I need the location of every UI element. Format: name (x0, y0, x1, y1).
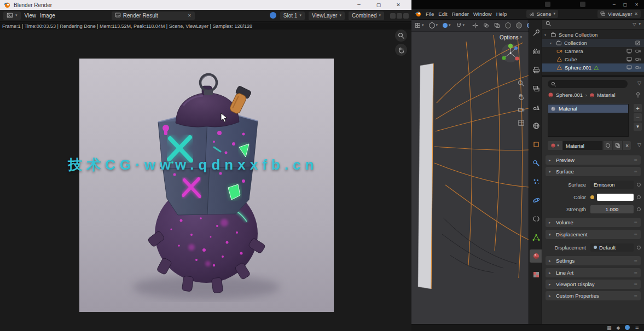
close-button[interactable]: ✕ (388, 0, 408, 10)
fake-user-button[interactable] (604, 141, 612, 150)
app-status-icon[interactable] (625, 325, 630, 331)
tab-physics-icon[interactable] (530, 194, 542, 207)
tab-world-icon[interactable] (530, 119, 542, 132)
unlink-material-button[interactable]: ✕ (623, 141, 631, 150)
add-slot-button[interactable]: + (634, 104, 642, 112)
screen-visibility-icon[interactable] (626, 49, 632, 54)
tab-object-data-icon[interactable] (530, 231, 542, 244)
diamond-status-icon[interactable]: ◆ (617, 325, 620, 330)
render-menu[interactable]: Render (452, 11, 469, 17)
maximize-button[interactable]: ▢ (623, 2, 628, 7)
outliner-search-button[interactable] (546, 21, 552, 28)
shading-wireframe-button[interactable] (504, 21, 512, 30)
outliner-row-scene-collection[interactable]: ▾ Scene Collection (542, 31, 644, 39)
edit-menu[interactable]: Edit (438, 11, 447, 17)
camera-visibility-icon[interactable] (635, 65, 641, 70)
material-slot-list[interactable]: Material (548, 104, 629, 137)
viewport-camera-button[interactable] (518, 106, 525, 114)
unlink-icon[interactable]: ✕ (188, 13, 192, 18)
tab-output-icon[interactable] (530, 63, 542, 77)
close-button[interactable]: ✕ (635, 2, 639, 7)
camera-visibility-icon[interactable] (635, 49, 641, 54)
screen-visibility-icon[interactable] (626, 65, 632, 70)
close-icon[interactable]: ✕ (634, 11, 638, 16)
viewport-options-button[interactable]: Options ▾ (500, 34, 522, 40)
section-surface[interactable]: ▾ Surface ≡ (546, 167, 641, 176)
navigation-axis-gizmo[interactable] (500, 43, 521, 63)
tab-scene-icon[interactable] (530, 101, 542, 114)
datablock-filter-icon[interactable]: ▽ (637, 142, 641, 148)
editor-type-button[interactable]: ▾ (3, 11, 21, 20)
channel-z-icon[interactable] (403, 13, 409, 19)
editor-type-button[interactable]: ▾ (414, 21, 425, 30)
snap-magnet-button[interactable]: ▾ (455, 21, 466, 30)
viewlayer-selector[interactable]: ViewLayer ▾ (309, 11, 345, 20)
image-editor-canvas[interactable]: 技术CG·www.qdnxxfb.cn (0, 30, 411, 331)
zoom-gizmo-button[interactable] (395, 30, 407, 42)
section-line-art[interactable]: ▸ Line Art ≡ (546, 268, 641, 277)
shading-solid-button[interactable] (515, 21, 523, 30)
breadcrumb-data[interactable]: Material (597, 92, 616, 98)
node-socket-icon[interactable] (590, 195, 594, 199)
viewport-ortho-button[interactable] (518, 119, 525, 127)
maximize-button[interactable]: ▢ (369, 0, 388, 10)
viewport-3d[interactable]: ▾ ▾ ▾ ▾ (411, 20, 529, 324)
animate-dot-icon[interactable] (637, 246, 641, 249)
section-viewport-display[interactable]: ▸ Viewport Display ≡ (546, 280, 641, 289)
tab-render-icon[interactable] (530, 45, 542, 58)
gizmo-toggle-button[interactable] (471, 21, 479, 30)
menu-status-icon[interactable]: ≡ (635, 325, 639, 330)
browse-material-button[interactable]: ▾ (548, 141, 562, 150)
surface-shader-dropdown[interactable]: Emission (590, 181, 634, 189)
slot-specials-button[interactable]: ▾ (634, 123, 642, 131)
viewport-zoom-button[interactable] (518, 80, 525, 88)
image-pin-button[interactable] (270, 12, 276, 20)
tab-particles-icon[interactable] (530, 175, 542, 188)
help-menu[interactable]: Help (496, 11, 507, 17)
image-datablock-selector[interactable]: Render Result ✕ (112, 11, 195, 20)
breadcrumb-object[interactable]: Sphere.001 (556, 92, 583, 98)
section-volume[interactable]: ▸ Volume ≡ (546, 218, 641, 227)
remove-slot-button[interactable]: − (634, 113, 642, 121)
section-preview[interactable]: ▸ Preview ≡ (546, 155, 641, 165)
transform-pivot-button[interactable]: ▾ (442, 21, 452, 30)
viewlayer-selector[interactable]: ViewLayer ✕ (597, 10, 641, 18)
checkbox-icon[interactable] (635, 40, 641, 45)
animate-dot-icon[interactable] (637, 195, 641, 199)
window-menu[interactable]: Window (473, 11, 492, 17)
outliner-row-camera[interactable]: Camera (542, 47, 644, 55)
minimize-button[interactable]: ─ (613, 2, 616, 7)
viewport-pan-button[interactable] (518, 93, 525, 101)
tab-view-layer-icon[interactable] (530, 82, 542, 95)
properties-search-field[interactable] (548, 80, 628, 88)
xray-toggle-button[interactable] (493, 21, 501, 30)
minimize-button[interactable]: ─ (349, 0, 369, 10)
material-slot-row[interactable]: Material (548, 104, 628, 113)
color-swatch[interactable] (597, 194, 634, 201)
camera-visibility-icon[interactable] (635, 57, 641, 62)
section-custom-properties[interactable]: ▸ Custom Properties ≡ (546, 291, 641, 300)
new-material-button[interactable] (613, 141, 622, 150)
tab-texture-icon[interactable] (530, 268, 542, 281)
file-menu[interactable]: File (426, 11, 434, 17)
pin-id-button[interactable] (635, 92, 641, 99)
outliner-filter-button[interactable]: ▽ (633, 22, 636, 27)
grid-status-icon[interactable]: ▦ (607, 325, 612, 330)
render-pass-selector[interactable]: Combined ▾ (349, 11, 384, 20)
main-window-titlebar[interactable]: ─ ▢ ✕ (411, 0, 644, 9)
render-window-titlebar[interactable]: Blender Render ─ ▢ ✕ (0, 0, 411, 10)
view-menu[interactable]: View (25, 13, 37, 19)
animate-dot-icon[interactable] (637, 183, 641, 187)
channel-alpha-icon[interactable] (397, 13, 402, 19)
tab-material-icon[interactable] (530, 249, 542, 263)
tab-constraints-icon[interactable] (530, 212, 542, 225)
expand-caret-icon[interactable]: ▾ (544, 33, 548, 37)
channel-color-icon[interactable] (390, 13, 396, 19)
animate-dot-icon[interactable] (637, 207, 641, 211)
image-menu[interactable]: Image (40, 13, 55, 19)
outliner-row-collection[interactable]: ▾ Collection (542, 39, 644, 47)
outliner-row-cube[interactable]: Cube (542, 55, 644, 63)
section-displacement[interactable]: ▾ Displacement ≡ (546, 230, 641, 239)
tab-object-icon[interactable] (530, 138, 542, 151)
pan-gizmo-button[interactable] (395, 44, 407, 56)
